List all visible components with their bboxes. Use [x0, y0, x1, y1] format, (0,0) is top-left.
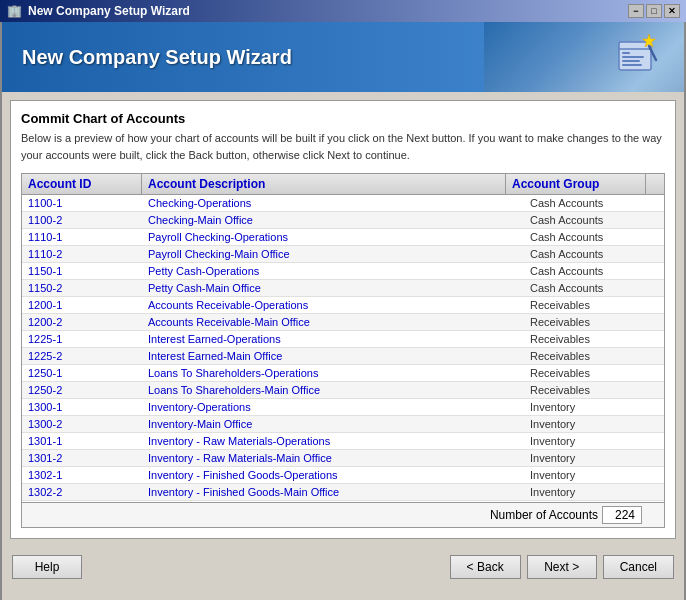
col-scrollbar-placeholder	[646, 174, 664, 194]
cell-desc: Inventory - Raw Materials-Main Office	[142, 450, 524, 466]
accounts-table: Account ID Account Description Account G…	[21, 173, 665, 503]
table-row: 1200-2 Accounts Receivable-Main Office R…	[22, 314, 664, 331]
table-header: Account ID Account Description Account G…	[22, 174, 664, 195]
cell-id: 1100-1	[22, 195, 142, 211]
cell-id: 1150-1	[22, 263, 142, 279]
cell-group: Cash Accounts	[524, 212, 664, 228]
cell-desc: Payroll Checking-Operations	[142, 229, 524, 245]
cell-desc: Inventory - Finished Goods-Main Office	[142, 484, 524, 500]
col-account-group: Account Group	[506, 174, 646, 194]
cell-group: Receivables	[524, 348, 664, 364]
minimize-button[interactable]: −	[628, 4, 644, 18]
cell-desc: Inventory - Raw Materials-Operations	[142, 433, 524, 449]
cell-group: Receivables	[524, 297, 664, 313]
cell-desc: Payroll Checking-Main Office	[142, 246, 524, 262]
cell-id: 1110-2	[22, 246, 142, 262]
wizard-icon	[614, 32, 664, 85]
table-row: 1110-1 Payroll Checking-Operations Cash …	[22, 229, 664, 246]
cancel-button[interactable]: Cancel	[603, 555, 674, 579]
wizard-body: Commit Chart of Accounts Below is a prev…	[10, 100, 676, 539]
cell-id: 1100-2	[22, 212, 142, 228]
table-scroll-area[interactable]: 1100-1 Checking-Operations Cash Accounts…	[22, 195, 664, 502]
table-row: 1150-1 Petty Cash-Operations Cash Accoun…	[22, 263, 664, 280]
cell-id: 1250-1	[22, 365, 142, 381]
cell-desc: Inventory-Operations	[142, 399, 524, 415]
cell-desc: Interest Earned-Operations	[142, 331, 524, 347]
table-row: 1225-1 Interest Earned-Operations Receiv…	[22, 331, 664, 348]
table-row: 1300-2 Inventory-Main Office Inventory	[22, 416, 664, 433]
cell-id: 1300-1	[22, 399, 142, 415]
cell-id: 1302-2	[22, 484, 142, 500]
table-row: 1225-2 Interest Earned-Main Office Recei…	[22, 348, 664, 365]
col-account-desc: Account Description	[142, 174, 506, 194]
title-bar-text: New Company Setup Wizard	[28, 4, 628, 18]
table-row: 1110-2 Payroll Checking-Main Office Cash…	[22, 246, 664, 263]
wizard-header: New Company Setup Wizard	[2, 22, 684, 92]
section-title: Commit Chart of Accounts	[21, 111, 665, 126]
cell-id: 1302-1	[22, 467, 142, 483]
cell-group: Receivables	[524, 382, 664, 398]
cell-group: Inventory	[524, 433, 664, 449]
close-button[interactable]: ✕	[664, 4, 680, 18]
cell-desc: Petty Cash-Operations	[142, 263, 524, 279]
back-button[interactable]: < Back	[450, 555, 521, 579]
app-icon: 🏢	[6, 3, 22, 19]
footer-label: Number of Accounts	[490, 508, 598, 522]
table-row: 1200-1 Accounts Receivable-Operations Re…	[22, 297, 664, 314]
cell-group: Inventory	[524, 450, 664, 466]
cell-group: Inventory	[524, 399, 664, 415]
table-row: 1100-2 Checking-Main Office Cash Account…	[22, 212, 664, 229]
cell-id: 1150-2	[22, 280, 142, 296]
table-row: 1302-2 Inventory - Finished Goods-Main O…	[22, 484, 664, 501]
svg-rect-4	[622, 60, 640, 62]
table-row: 1301-2 Inventory - Raw Materials-Main Of…	[22, 450, 664, 467]
cell-desc: Loans To Shareholders-Operations	[142, 365, 524, 381]
maximize-button[interactable]: □	[646, 4, 662, 18]
cell-group: Inventory	[524, 467, 664, 483]
cell-id: 1301-1	[22, 433, 142, 449]
svg-rect-2	[622, 52, 630, 54]
wizard-title: New Company Setup Wizard	[22, 46, 292, 69]
table-row: 1250-2 Loans To Shareholders-Main Office…	[22, 382, 664, 399]
cell-desc: Interest Earned-Main Office	[142, 348, 524, 364]
cell-desc: Inventory - Finished Goods-Operations	[142, 467, 524, 483]
cell-group: Cash Accounts	[524, 263, 664, 279]
cell-group: Receivables	[524, 331, 664, 347]
cell-group: Receivables	[524, 314, 664, 330]
table-row: 1301-1 Inventory - Raw Materials-Operati…	[22, 433, 664, 450]
cell-id: 1110-1	[22, 229, 142, 245]
cell-id: 1225-2	[22, 348, 142, 364]
cell-desc: Checking-Operations	[142, 195, 524, 211]
cell-desc: Accounts Receivable-Operations	[142, 297, 524, 313]
table-row: 1100-1 Checking-Operations Cash Accounts	[22, 195, 664, 212]
cell-id: 1200-2	[22, 314, 142, 330]
cell-group: Receivables	[524, 365, 664, 381]
cell-group: Inventory	[524, 416, 664, 432]
account-count: 224	[602, 506, 642, 524]
cell-desc: Loans To Shareholders-Main Office	[142, 382, 524, 398]
cell-desc: Petty Cash-Main Office	[142, 280, 524, 296]
cell-desc: Inventory Landed Cost-Operations	[142, 501, 524, 502]
cell-group: Inventory	[524, 501, 664, 502]
cell-id: 1225-1	[22, 331, 142, 347]
cell-id: 1300-2	[22, 416, 142, 432]
cell-id: 1305-1	[22, 501, 142, 502]
cell-group: Cash Accounts	[524, 280, 664, 296]
cell-id: 1301-2	[22, 450, 142, 466]
col-account-id: Account ID	[22, 174, 142, 194]
cell-desc: Checking-Main Office	[142, 212, 524, 228]
cell-desc: Accounts Receivable-Main Office	[142, 314, 524, 330]
nav-buttons: < Back Next > Cancel	[450, 555, 674, 579]
table-row: 1305-1 Inventory Landed Cost-Operations …	[22, 501, 664, 502]
cell-id: 1200-1	[22, 297, 142, 313]
cell-group: Cash Accounts	[524, 195, 664, 211]
cell-group: Inventory	[524, 484, 664, 500]
button-bar: Help < Back Next > Cancel	[2, 547, 684, 587]
help-button[interactable]: Help	[12, 555, 82, 579]
table-row: 1250-1 Loans To Shareholders-Operations …	[22, 365, 664, 382]
table-row: 1302-1 Inventory - Finished Goods-Operat…	[22, 467, 664, 484]
cell-id: 1250-2	[22, 382, 142, 398]
table-row: 1300-1 Inventory-Operations Inventory	[22, 399, 664, 416]
svg-rect-5	[622, 64, 642, 66]
next-button[interactable]: Next >	[527, 555, 597, 579]
